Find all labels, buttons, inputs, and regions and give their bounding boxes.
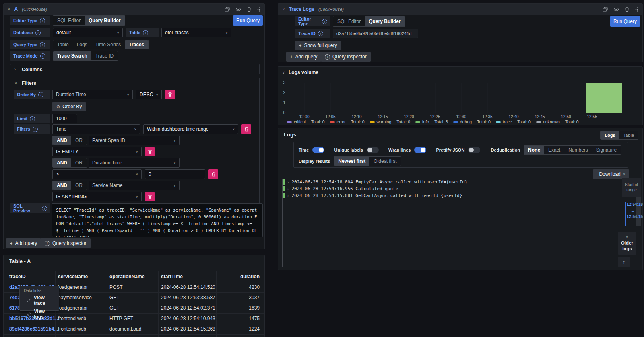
order-by-direction-select[interactable]: DESC∨: [136, 90, 162, 99]
prettify-json-toggle[interactable]: [468, 147, 480, 153]
expand-log-chevron-icon[interactable]: ›: [287, 187, 289, 191]
query-inspector-button[interactable]: iQuery inspector: [41, 238, 91, 248]
run-query-button[interactable]: Run Query: [610, 16, 640, 27]
log-line[interactable]: › 2024-06-28 12:54:18.004 EmptyCartAsync…: [283, 179, 468, 185]
condition2-value-input[interactable]: 0: [145, 169, 205, 179]
limit-input[interactable]: 1000: [52, 114, 77, 123]
trace-mode-id-option[interactable]: Trace ID: [91, 51, 118, 60]
remove-condition3-button[interactable]: [145, 192, 155, 201]
query-inspector-button[interactable]: iQuery inspector: [321, 52, 371, 62]
remove-query-trash-icon[interactable]: [247, 7, 252, 12]
unique-labels-toggle[interactable]: [367, 147, 379, 153]
dedup-signature-option[interactable]: Signature: [592, 146, 621, 154]
view-trace-menu-item[interactable]: View trace: [20, 294, 59, 307]
info-icon[interactable]: i: [35, 30, 41, 35]
condition3-field-select[interactable]: Service Name∨: [89, 181, 180, 190]
info-icon[interactable]: i: [30, 116, 35, 121]
run-query-button[interactable]: Run Query: [233, 15, 263, 26]
remove-condition1-button[interactable]: [145, 147, 155, 156]
editor-type-sql-option[interactable]: SQL Editor: [53, 16, 85, 25]
legend-item-info[interactable]: info Total: 3: [415, 119, 448, 124]
condition1-operator-select[interactable]: IS EMPTY∨: [52, 147, 142, 156]
table-panel-title[interactable]: Table - A: [9, 258, 31, 264]
remove-query-trash-icon[interactable]: [625, 7, 630, 12]
drag-handle-icon[interactable]: [257, 7, 260, 12]
collapse-chevron-icon[interactable]: ∨: [282, 8, 285, 11]
remove-time-filter-button[interactable]: [242, 124, 251, 134]
column-header-servicename[interactable]: serviceName: [58, 274, 88, 279]
collapse-chevron-icon[interactable]: ∨: [8, 8, 10, 11]
view-logs-menu-item[interactable]: View logs: [20, 307, 59, 321]
editor-type-sql-option[interactable]: SQL Editor: [333, 16, 365, 26]
query-type-timeseries-option[interactable]: Time Series: [91, 40, 125, 49]
hide-query-eye-icon[interactable]: [613, 7, 619, 12]
query-type-traces-option[interactable]: Traces: [125, 40, 148, 49]
info-icon[interactable]: i: [322, 19, 327, 24]
and-option[interactable]: AND: [53, 158, 71, 167]
legend-item-warning[interactable]: warning Total: 0: [370, 119, 411, 124]
info-icon[interactable]: i: [38, 92, 43, 97]
editor-type-builder-option[interactable]: Query Builder: [365, 16, 405, 26]
legend-item-error[interactable]: error Total: 0: [330, 119, 365, 124]
or-option[interactable]: OR: [71, 181, 87, 190]
columns-section[interactable]: › Columns: [10, 64, 260, 74]
info-icon[interactable]: i: [40, 18, 45, 23]
order-by-field-select[interactable]: Duration Time∨: [52, 90, 133, 99]
legend-item-unknown[interactable]: unknown Total: 0: [536, 119, 579, 124]
and-option[interactable]: AND: [53, 136, 71, 145]
chevron-down-icon[interactable]: ∨: [14, 82, 17, 85]
wrap-lines-toggle[interactable]: [414, 147, 426, 153]
column-header-traceid[interactable]: traceID: [9, 274, 26, 279]
collapse-chevron-icon[interactable]: ∨: [282, 71, 285, 74]
query-ref-title[interactable]: Trace Logs: [289, 6, 314, 12]
older-logs-button[interactable]: ∨ Older logs: [618, 232, 636, 255]
duplicate-icon[interactable]: [603, 7, 608, 12]
condition2-field-select[interactable]: Duration Time∨: [89, 158, 180, 168]
expand-log-chevron-icon[interactable]: ›: [287, 194, 289, 198]
view-logs-option[interactable]: Logs: [601, 131, 619, 139]
log-line[interactable]: › 2024-06-28 12:54:16.956 Calculated quo…: [283, 186, 398, 192]
query-type-logs-option[interactable]: Logs: [73, 40, 91, 49]
database-select[interactable]: default∨: [53, 28, 123, 37]
info-log-volume-bar[interactable]: [586, 83, 622, 113]
legend-item-critical[interactable]: critical Total: 0: [287, 119, 325, 124]
expand-log-chevron-icon[interactable]: ›: [287, 180, 289, 184]
duplicate-icon[interactable]: [225, 7, 230, 12]
condition2-operator-select[interactable]: >∨: [52, 169, 142, 179]
logs-volume-plot[interactable]: [287, 83, 622, 113]
or-option[interactable]: OR: [71, 158, 87, 167]
show-full-query-button[interactable]: +Show full query: [295, 41, 341, 50]
add-query-button[interactable]: +Add query: [286, 52, 321, 62]
editor-type-builder-option[interactable]: Query Builder: [85, 16, 124, 25]
legend-item-debug[interactable]: debug Total: 0: [453, 119, 491, 124]
scroll-to-top-button[interactable]: ↑: [618, 257, 630, 267]
info-icon[interactable]: i: [40, 53, 45, 59]
or-option[interactable]: OR: [71, 136, 87, 145]
filter-time-operator-select[interactable]: Within dashboard time range∨: [143, 124, 238, 134]
newest-first-option[interactable]: Newest first: [334, 157, 369, 166]
info-icon[interactable]: i: [33, 127, 38, 132]
info-icon[interactable]: i: [40, 42, 45, 47]
condition3-operator-select[interactable]: IS ANYTHING∨: [52, 192, 142, 201]
info-icon[interactable]: i: [318, 31, 323, 36]
time-toggle[interactable]: [312, 147, 324, 153]
logs-scrollbar[interactable]: [636, 197, 641, 226]
legend-item-trace[interactable]: trace Total: 0: [496, 119, 531, 124]
add-order-by-button[interactable]: ⊕Order By: [52, 102, 86, 111]
query-ref-title[interactable]: A: [14, 6, 18, 12]
query-type-table-option[interactable]: Table: [53, 40, 73, 49]
condition1-field-select[interactable]: Parent Span ID∨: [89, 136, 180, 145]
column-header-operationname[interactable]: operationName: [109, 274, 144, 279]
trace-id-link[interactable]: 89cf4286e631591b4...: [9, 326, 58, 332]
dedup-exact-option[interactable]: Exact: [544, 146, 564, 154]
view-table-option[interactable]: Table: [619, 131, 638, 139]
hide-query-eye-icon[interactable]: [235, 7, 241, 12]
dedup-none-option[interactable]: None: [524, 146, 544, 154]
column-header-duration[interactable]: duration: [219, 274, 260, 279]
dedup-numbers-option[interactable]: Numbers: [564, 146, 592, 154]
info-icon[interactable]: i: [42, 206, 47, 211]
trace-mode-search-option[interactable]: Trace Search: [53, 51, 91, 60]
trace-id-input[interactable]: d2a7155ef6a928a05680e5ff6190241d: [333, 29, 418, 38]
add-query-button[interactable]: +Add query: [6, 238, 41, 248]
log-line[interactable]: › 2024-06-28 12:54:15.081 GetCartAsync c…: [283, 193, 462, 199]
